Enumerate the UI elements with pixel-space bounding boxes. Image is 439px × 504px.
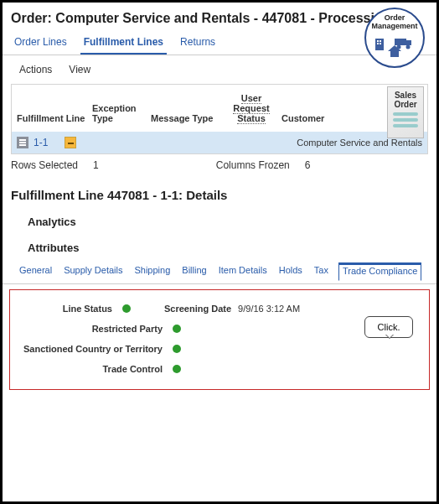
col-customer[interactable]: Customer xyxy=(276,113,343,123)
attributes-heading[interactable]: Attributes xyxy=(3,235,436,261)
tab-order-lines[interactable]: Order Lines xyxy=(11,31,70,55)
tab-billing[interactable]: Billing xyxy=(180,262,208,280)
columns-frozen-label: Columns Frozen xyxy=(216,159,290,171)
exception-warning-icon[interactable] xyxy=(65,137,76,148)
tab-shipping[interactable]: Shipping xyxy=(132,262,172,280)
restricted-party-label: Restricted Party xyxy=(18,324,169,334)
grid-header: Fulfillment Line Exception Type Message … xyxy=(12,85,427,132)
line-status-dot xyxy=(122,304,131,313)
tab-trade-compliance[interactable]: Trade Compliance xyxy=(338,262,421,281)
tab-item-details[interactable]: Item Details xyxy=(217,262,269,280)
svg-rect-6 xyxy=(406,40,411,45)
svg-rect-3 xyxy=(377,43,379,44)
details-section-title: Fulfillment Line 447081 - 1-1: Details xyxy=(3,176,436,209)
svg-marker-9 xyxy=(388,45,401,57)
tab-holds[interactable]: Holds xyxy=(277,262,304,280)
fulfillment-grid: Fulfillment Line Exception Type Message … xyxy=(11,84,428,154)
col-fulfillment-line[interactable]: Fulfillment Line xyxy=(17,113,92,123)
col-message-type[interactable]: Message Type xyxy=(151,113,226,123)
sanctioned-country-dot xyxy=(173,345,181,353)
badge-title-line2: Management xyxy=(366,23,423,31)
grid-footer: Rows Selected 1 Columns Frozen 6 xyxy=(3,154,436,176)
line-status-label: Line Status xyxy=(18,304,119,314)
trade-compliance-panel: Line Status Screening Date 9/9/16 3:12 A… xyxy=(9,289,430,390)
tab-returns[interactable]: Returns xyxy=(177,31,219,55)
rows-selected-value: 1 xyxy=(93,159,99,171)
svg-rect-4 xyxy=(380,43,381,44)
sales-order-card[interactable]: Sales Order xyxy=(387,86,424,138)
svg-rect-1 xyxy=(377,40,379,42)
app-frame: Order: Computer Service and Rentals - 44… xyxy=(0,0,439,504)
analytics-heading[interactable]: Analytics xyxy=(3,209,436,235)
order-management-badge: Order Management xyxy=(364,8,425,68)
rows-selected-label: Rows Selected xyxy=(11,159,78,171)
columns-frozen-value: 6 xyxy=(305,159,311,171)
svg-rect-2 xyxy=(380,40,381,42)
svg-point-8 xyxy=(406,44,411,49)
row-customer-value: Computer Service and Rentals xyxy=(297,138,422,148)
tab-tax[interactable]: Tax xyxy=(312,262,330,280)
tab-fulfillment-lines[interactable]: Fulfillment Lines xyxy=(80,31,167,55)
col-exception-type[interactable]: Exception Type xyxy=(92,103,151,123)
attribute-tabs: General Supply Details Shipping Billing … xyxy=(3,261,436,284)
sales-order-icon xyxy=(388,112,423,127)
tab-supply-details[interactable]: Supply Details xyxy=(62,262,124,280)
actions-menu[interactable]: Actions xyxy=(19,64,52,75)
fulfillment-line-link[interactable]: 1-1 xyxy=(34,137,48,148)
view-menu[interactable]: View xyxy=(69,64,90,75)
screening-date-value: 9/9/16 3:12 AM xyxy=(238,304,300,314)
screening-date-label: Screening Date xyxy=(164,304,238,314)
trade-control-dot xyxy=(173,365,181,373)
table-row[interactable]: 1-1 Computer Service and Rentals xyxy=(12,132,427,153)
trade-control-label: Trade Control xyxy=(18,364,169,374)
restricted-party-dot xyxy=(173,325,181,333)
tab-general[interactable]: General xyxy=(18,262,54,280)
svg-rect-5 xyxy=(395,39,406,45)
house-icon xyxy=(388,45,401,57)
click-callout: Click. xyxy=(364,316,413,338)
col-user-request-status[interactable]: User Request Status xyxy=(226,93,276,123)
sanctioned-country-label: Sanctioned Country or Territory xyxy=(18,344,169,354)
row-document-icon xyxy=(17,137,28,148)
